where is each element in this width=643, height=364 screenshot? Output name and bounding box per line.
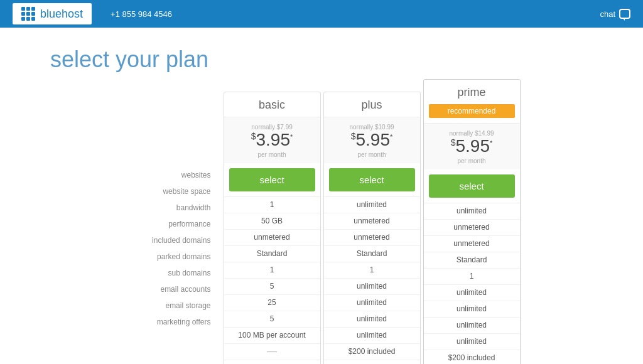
plan-per-plus: per month [329, 151, 415, 158]
plan-pricing-prime: normally $14.99 $5.95* per month [424, 123, 520, 169]
label-parked-domains: parked domains [123, 249, 214, 265]
label-performance: performance [123, 216, 214, 232]
chat-label: chat [600, 9, 615, 19]
plan-asterisk-basic: * [290, 133, 293, 141]
plan-price-prime: $5.95* [429, 137, 515, 156]
label-bandwidth: bandwidth [123, 200, 214, 216]
feature-marketing-basic: — [224, 344, 320, 360]
prime-recommended-container: recommended [424, 104, 520, 123]
plan-per-prime: per month [429, 158, 515, 164]
feature-inc-domains-plus: 1 [324, 262, 420, 279]
plan-card-plus: plus normally $10.99 $5.95* per month se… [323, 92, 421, 364]
plan-name-prime: prime [424, 80, 520, 104]
label-marketing-offers: marketing offers [123, 314, 214, 330]
feature-performance-basic: Standard [224, 246, 320, 262]
header-phone: +1 855 984 4546 [111, 9, 172, 19]
feature-bandwidth-prime: unmetered [424, 236, 520, 252]
feature-space-plus: unmetered [324, 213, 420, 230]
feature-websites-plus: unlimited [324, 197, 420, 213]
header: bluehost +1 855 984 4546 chat [0, 0, 643, 28]
select-button-prime[interactable]: select [429, 174, 515, 198]
logo-grid-icon [21, 7, 35, 21]
plan-name-basic: basic [224, 92, 320, 117]
feature-bandwidth-basic: unmetered [224, 230, 320, 246]
label-sub-domains: sub domains [123, 265, 214, 281]
plan-card-prime: prime recommended normally $14.99 $5.95*… [423, 79, 521, 364]
label-email-storage: email storage [123, 297, 214, 314]
feature-performance-plus: Standard [324, 246, 420, 262]
feature-parked-plus: unlimited [324, 279, 420, 295]
header-chat[interactable]: chat [600, 9, 630, 19]
feature-email-storage-prime: unlimited [424, 334, 520, 350]
feature-sub-plus: unlimited [324, 295, 420, 311]
label-websites: websites [123, 167, 214, 183]
feature-websites-basic: 1 [224, 197, 320, 213]
plan-recommended-badge: recommended [429, 104, 515, 118]
feature-marketing-plus: $200 included [324, 344, 420, 360]
feature-email-acc-prime: unlimited [424, 318, 520, 334]
feature-parked-prime: unlimited [424, 285, 520, 301]
plan-features-basic: 1 50 GB unmetered Standard 1 5 25 5 100 … [224, 196, 320, 364]
label-website-space: website space [123, 183, 214, 200]
feature-labels-column: websites website space bandwidth perform… [123, 92, 224, 330]
plan-card-basic: basic normally $7.99 $3.95* per month se… [224, 92, 321, 364]
logo-container[interactable]: bluehost [13, 3, 92, 24]
logo-text: bluehost [40, 8, 83, 21]
feature-websites-prime: unlimited [424, 203, 520, 220]
label-included-domains: included domains [123, 232, 214, 249]
page-content: select your plan websites website space … [0, 28, 643, 364]
plan-features-prime: unlimited unmetered unmetered Standard 1… [424, 203, 520, 364]
plan-pricing-basic: normally $7.99 $3.95* per month [224, 117, 320, 163]
marketing-dash-basic: — [267, 346, 277, 357]
basic-bottom-section: select [224, 360, 320, 364]
feature-email-acc-plus: unlimited [324, 311, 420, 328]
select-button-plus[interactable]: select [329, 168, 415, 191]
feature-sub-prime: unlimited [424, 301, 520, 318]
feature-inc-domains-basic: 1 [224, 262, 320, 279]
plan-price-basic: $3.95* [229, 131, 315, 150]
page-title: select your plan [50, 46, 593, 73]
feature-bandwidth-plus: unmetered [324, 230, 420, 246]
plus-extras-section: over $24/yr in extras 1 SpamExperts [324, 360, 420, 364]
select-button-basic[interactable]: select [229, 168, 315, 191]
plan-price-plus: $5.95* [329, 131, 415, 150]
plan-per-basic: per month [229, 151, 315, 158]
plans-container: websites website space bandwidth perform… [50, 92, 593, 364]
plan-price-sup-basic: $ [251, 131, 256, 141]
feature-space-prime: unmetered [424, 220, 520, 236]
feature-marketing-prime: $200 included [424, 350, 520, 364]
feature-performance-prime: Standard [424, 252, 520, 269]
feature-space-basic: 50 GB [224, 213, 320, 230]
plan-features-plus: unlimited unmetered unmetered Standard 1… [324, 196, 420, 364]
feature-inc-domains-prime: 1 [424, 269, 520, 285]
feature-email-acc-basic: 5 [224, 311, 320, 328]
plan-name-plus: plus [324, 92, 420, 117]
feature-sub-basic: 25 [224, 295, 320, 311]
feature-parked-basic: 5 [224, 279, 320, 295]
plan-pricing-plus: normally $10.99 $5.95* per month [324, 117, 420, 163]
feature-email-storage-basic: 100 MB per account [224, 328, 320, 344]
feature-email-storage-plus: unlimited [324, 328, 420, 344]
label-email-accounts: email accounts [123, 281, 214, 297]
chat-bubble-icon [619, 9, 630, 19]
